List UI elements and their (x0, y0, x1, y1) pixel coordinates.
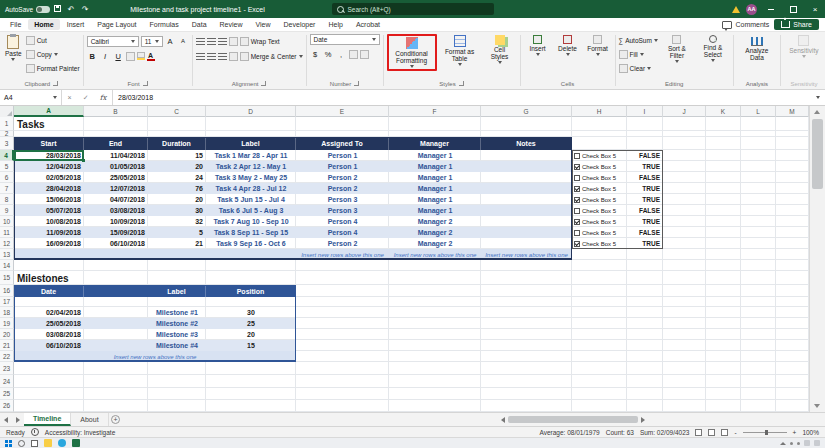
column-header-F[interactable]: F (389, 106, 481, 117)
cell-assigned[interactable]: Person 2 (296, 183, 389, 194)
sheet-nav-left-button[interactable] (0, 413, 12, 426)
zoom-in-button[interactable]: + (793, 429, 797, 436)
delete-cells-button[interactable]: Delete (554, 34, 582, 57)
align-right-icon[interactable] (218, 53, 227, 60)
fill-handle[interactable] (82, 159, 85, 162)
insert-note[interactable]: Insert new rows above this one (481, 249, 572, 260)
sensitivity-button[interactable]: Sensitivity (784, 34, 824, 59)
cell-label[interactable]: Task 3 May 2 - May 25 (206, 172, 296, 183)
column-header-C[interactable]: C (148, 106, 206, 117)
row-header-6[interactable]: 6 (0, 172, 14, 183)
tab-review[interactable]: Review (214, 19, 249, 30)
align-center-icon[interactable] (207, 53, 216, 60)
find-select-button[interactable]: Find & Select (696, 34, 730, 63)
cell-manager[interactable]: Manager 1 (389, 205, 481, 216)
cell-done-flag[interactable]: FALSE (627, 205, 663, 216)
task-checkbox[interactable]: Check Box 5 (574, 217, 626, 226)
cell-done-flag[interactable]: FALSE (627, 227, 663, 238)
select-all-button[interactable] (0, 106, 14, 117)
zoom-slider-thumb[interactable] (765, 430, 768, 435)
save-button[interactable] (50, 5, 64, 14)
cell-assigned[interactable]: Person 2 (296, 238, 389, 249)
cell-label[interactable]: Task 6 Jul 5 - Aug 3 (206, 205, 296, 216)
cell-assigned[interactable]: Person 1 (296, 161, 389, 172)
zoom-slider[interactable] (743, 432, 787, 433)
row-header-5[interactable]: 5 (0, 161, 14, 172)
percent-format-button[interactable]: % (323, 48, 334, 60)
row-header-17[interactable]: 17 (0, 297, 14, 307)
cell-end[interactable]: 15/09/2018 (84, 227, 148, 238)
cell-milestone-label[interactable]: Milestone #4 (148, 340, 206, 351)
zoom-level[interactable]: 100% (802, 429, 819, 436)
cell-end[interactable]: 01/05/2018 (84, 161, 148, 172)
cell-manager[interactable]: Manager 2 (389, 227, 481, 238)
fill-button[interactable]: Fill (619, 48, 658, 61)
cell-label[interactable]: Task 7 Aug 10 - Sep 10 (206, 216, 296, 227)
cell-duration[interactable]: 21 (148, 238, 206, 249)
sort-filter-button[interactable]: Sort & Filter (660, 34, 694, 64)
tab-home[interactable]: Home (28, 19, 59, 30)
tasks-header-cell[interactable]: Manager (389, 137, 481, 150)
autosum-button[interactable]: ∑AutoSum (619, 34, 658, 47)
font-name-select[interactable]: Calibri (87, 36, 139, 47)
number-format-select[interactable]: Date (310, 34, 380, 45)
cell-start[interactable]: 15/06/2018 (14, 194, 84, 205)
insert-note[interactable]: Insert new rows above this one (14, 351, 296, 362)
enter-button[interactable]: ✓ (83, 94, 89, 102)
copy-button[interactable]: Copy (26, 48, 80, 61)
tray-icon[interactable] (797, 442, 800, 445)
cell-done-flag[interactable]: TRUE (627, 194, 663, 205)
row-header-22[interactable]: 22 (0, 351, 14, 362)
cell-position[interactable]: 20 (206, 329, 296, 340)
cell-duration[interactable]: 24 (148, 172, 206, 183)
row-header-12[interactable]: 12 (0, 238, 14, 249)
edge-browser-icon[interactable] (58, 439, 66, 447)
insert-note[interactable]: Insert new rows above this one (296, 249, 389, 260)
cell-start[interactable]: 28/04/2018 (14, 183, 84, 194)
cell-manager[interactable]: Manager 1 (389, 161, 481, 172)
row-header-8[interactable]: 8 (0, 194, 14, 205)
font-size-select[interactable]: 11 (141, 36, 163, 47)
cell-assigned[interactable]: Person 3 (296, 205, 389, 216)
task-view-icon[interactable] (31, 440, 38, 447)
accounting-format-button[interactable]: $ (310, 48, 321, 60)
cell-start[interactable]: 02/05/2018 (14, 172, 84, 183)
tasks-header-cell[interactable]: Label (206, 137, 296, 150)
page-layout-view-button[interactable] (708, 429, 715, 436)
column-header-H[interactable]: H (572, 106, 627, 117)
tray-icon[interactable] (814, 440, 820, 446)
column-header-K[interactable]: K (706, 106, 741, 117)
tasks-header-cell[interactable]: Notes (481, 137, 572, 150)
cell-manager[interactable]: Manager 1 (389, 183, 481, 194)
tasks-header-cell[interactable]: Duration (148, 137, 206, 150)
cell-end[interactable]: 10/09/2018 (84, 216, 148, 227)
avatar[interactable]: AA (746, 4, 757, 15)
cell-milestone-label[interactable]: Milestone #2 (148, 318, 206, 329)
row-header-11[interactable]: 11 (0, 227, 14, 238)
cell-label[interactable]: Task 8 Sep 11 - Sep 15 (206, 227, 296, 238)
format-cells-button[interactable]: Format (584, 34, 612, 57)
cell-done-flag[interactable]: TRUE (627, 161, 663, 172)
row-header-1[interactable]: 1 (0, 117, 14, 131)
paste-button[interactable]: Paste (3, 34, 24, 62)
row-header-24[interactable]: 24 (0, 375, 14, 388)
cell-position[interactable]: 30 (206, 307, 296, 318)
comma-format-button[interactable]: , (336, 48, 347, 60)
tab-help[interactable]: Help (322, 19, 348, 30)
cell-duration[interactable]: 32 (148, 216, 206, 227)
cell-manager[interactable]: Manager 2 (389, 216, 481, 227)
cell-date[interactable]: 25/05/2018 (14, 318, 84, 329)
cell-label[interactable]: Task 1 Mar 28 - Apr 11 (206, 150, 296, 161)
minimize-button[interactable] (763, 0, 779, 18)
cell-start[interactable]: 28/03/2018 (14, 150, 84, 161)
row-header-16[interactable]: 16 (0, 285, 14, 297)
milestones-header-cell[interactable]: Date (14, 285, 84, 297)
tab-data[interactable]: Data (186, 19, 213, 30)
bold-button[interactable]: B (87, 50, 98, 62)
column-header-B[interactable]: B (84, 106, 148, 117)
cell-end[interactable]: 04/07/2018 (84, 194, 148, 205)
column-header-M[interactable]: M (776, 106, 809, 117)
cell-assigned[interactable]: Person 4 (296, 216, 389, 227)
cell-done-flag[interactable]: TRUE (627, 216, 663, 227)
task-checkbox[interactable]: Check Box 5 (574, 162, 626, 171)
